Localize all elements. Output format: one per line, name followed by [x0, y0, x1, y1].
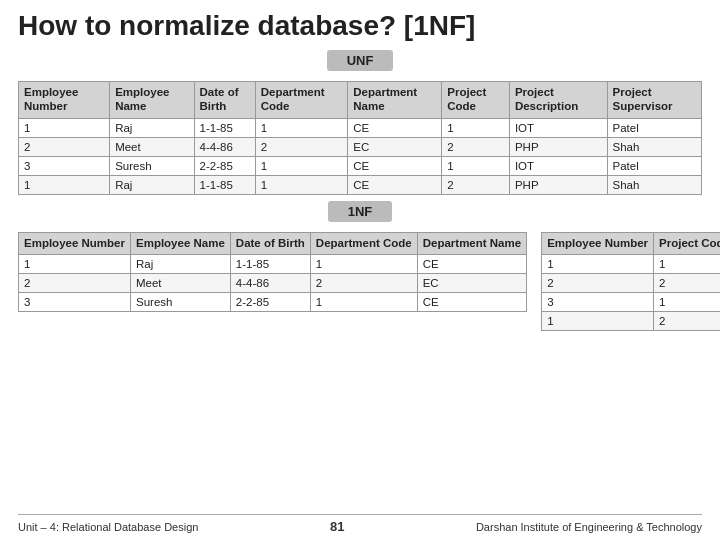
table-cell: 3	[542, 293, 654, 312]
table-cell: Shah	[607, 137, 701, 156]
table-cell: PHP	[509, 137, 607, 156]
table-cell: Patel	[607, 118, 701, 137]
table-cell: CE	[348, 118, 442, 137]
table-cell: 2	[19, 137, 110, 156]
table-cell: Meet	[110, 137, 194, 156]
table-cell: 1	[542, 312, 654, 331]
table-cell: 1	[255, 118, 348, 137]
unf-label: UNF	[327, 50, 394, 71]
table-cell: Patel	[607, 156, 701, 175]
nf1-left-col-header: Department Name	[417, 232, 526, 255]
footer-right: Darshan Institute of Engineering & Techn…	[476, 521, 702, 533]
table-cell: Shah	[607, 175, 701, 194]
unf-col-header: Department Code	[255, 82, 348, 119]
nf1-left-col-header: Employee Name	[130, 232, 230, 255]
unf-col-header: Project Supervisor	[607, 82, 701, 119]
table-cell: 1	[542, 255, 654, 274]
nf1-label: 1NF	[328, 201, 393, 222]
unf-col-header: Project Code	[442, 82, 510, 119]
table-row: 1Raj1-1-851CE2PHPShah	[19, 175, 702, 194]
table-cell: 1	[19, 175, 110, 194]
nf1-right-table: Employee NumberProject CodeProject Descr…	[541, 232, 720, 332]
unf-col-header: Department Name	[348, 82, 442, 119]
table-row: 1Raj1-1-851CE	[19, 255, 527, 274]
table-cell: 1	[19, 255, 131, 274]
table-cell: 3	[19, 156, 110, 175]
unf-col-header: Employee Number	[19, 82, 110, 119]
nf1-section: 1NF Employee NumberEmployee NameDate of …	[18, 201, 702, 514]
table-row: 11IOTPatel	[542, 255, 720, 274]
table-cell: 1	[310, 255, 417, 274]
nf1-tables: Employee NumberEmployee NameDate of Birt…	[18, 232, 702, 332]
table-cell: Raj	[130, 255, 230, 274]
table-row: 3Suresh2-2-851CE1IOTPatel	[19, 156, 702, 175]
unf-col-header: Employee Name	[110, 82, 194, 119]
unf-col-header: Project Description	[509, 82, 607, 119]
nf1-left-col-header: Date of Birth	[230, 232, 310, 255]
table-cell: 1-1-85	[194, 175, 255, 194]
table-cell: 1	[442, 156, 510, 175]
table-cell: IOT	[509, 118, 607, 137]
table-row: 1Raj1-1-851CE1IOTPatel	[19, 118, 702, 137]
nf1-left-table: Employee NumberEmployee NameDate of Birt…	[18, 232, 527, 313]
unf-table-wrapper: Employee NumberEmployee NameDate of Birt…	[18, 81, 702, 195]
table-cell: Raj	[110, 118, 194, 137]
table-cell: EC	[348, 137, 442, 156]
table-cell: 1	[19, 118, 110, 137]
nf1-right-col-header: Employee Number	[542, 232, 654, 255]
footer-left: Unit – 4: Relational Database Design	[18, 521, 198, 533]
table-cell: 2	[442, 175, 510, 194]
table-cell: 2	[654, 312, 720, 331]
nf1-left-header-row: Employee NumberEmployee NameDate of Birt…	[19, 232, 527, 255]
table-cell: CE	[348, 156, 442, 175]
table-cell: 3	[19, 293, 131, 312]
table-cell: CE	[417, 255, 526, 274]
nf1-left-table-wrapper: Employee NumberEmployee NameDate of Birt…	[18, 232, 527, 332]
table-cell: 2	[542, 274, 654, 293]
table-cell: 1-1-85	[194, 118, 255, 137]
table-cell: 1	[310, 293, 417, 312]
page: How to normalize database? [1NF] UNF Emp…	[0, 0, 720, 540]
unf-table: Employee NumberEmployee NameDate of Birt…	[18, 81, 702, 195]
footer-page: 81	[330, 519, 344, 534]
table-cell: 1	[654, 293, 720, 312]
table-cell: Suresh	[130, 293, 230, 312]
table-cell: IOT	[509, 156, 607, 175]
table-cell: CE	[417, 293, 526, 312]
nf1-right-col-header: Project Code	[654, 232, 720, 255]
table-cell: 4-4-86	[194, 137, 255, 156]
table-row: 2Meet4-4-862EC	[19, 274, 527, 293]
unf-section: UNF Employee NumberEmployee NameDate of …	[18, 50, 702, 195]
table-cell: 2	[654, 274, 720, 293]
table-row: 12PHPShah	[542, 312, 720, 331]
table-row: 22PHPShah	[542, 274, 720, 293]
table-row: 3Suresh2-2-851CE	[19, 293, 527, 312]
table-cell: 2-2-85	[194, 156, 255, 175]
page-title: How to normalize database? [1NF]	[18, 10, 702, 42]
table-cell: Raj	[110, 175, 194, 194]
table-cell: EC	[417, 274, 526, 293]
table-cell: 1	[255, 156, 348, 175]
table-cell: Suresh	[110, 156, 194, 175]
nf1-left-col-header: Employee Number	[19, 232, 131, 255]
table-cell: 2	[310, 274, 417, 293]
table-cell: 1-1-85	[230, 255, 310, 274]
table-cell: 1	[442, 118, 510, 137]
footer: Unit – 4: Relational Database Design 81 …	[18, 514, 702, 534]
table-cell: Meet	[130, 274, 230, 293]
table-row: 31IOTPatel	[542, 293, 720, 312]
table-cell: CE	[348, 175, 442, 194]
nf1-right-table-wrapper: Employee NumberProject CodeProject Descr…	[541, 232, 720, 332]
unf-col-header: Date of Birth	[194, 82, 255, 119]
table-cell: 1	[255, 175, 348, 194]
unf-header-row: Employee NumberEmployee NameDate of Birt…	[19, 82, 702, 119]
table-cell: 2	[255, 137, 348, 156]
table-cell: 2-2-85	[230, 293, 310, 312]
nf1-left-col-header: Department Code	[310, 232, 417, 255]
table-cell: 4-4-86	[230, 274, 310, 293]
table-cell: 2	[442, 137, 510, 156]
table-cell: 1	[654, 255, 720, 274]
table-row: 2Meet4-4-862EC2PHPShah	[19, 137, 702, 156]
table-cell: 2	[19, 274, 131, 293]
nf1-right-header-row: Employee NumberProject CodeProject Descr…	[542, 232, 720, 255]
